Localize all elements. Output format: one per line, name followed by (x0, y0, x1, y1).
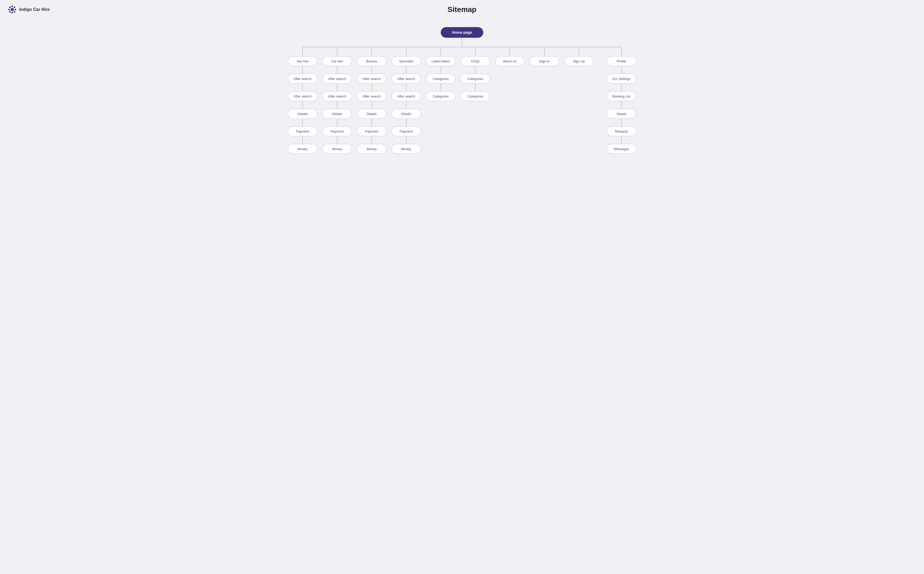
car-details[interactable]: Details (332, 112, 342, 116)
van-payment[interactable]: Payment (296, 130, 309, 133)
van-itenary[interactable]: Itenary (298, 147, 308, 151)
root-label: Home page (452, 30, 472, 35)
acc-settings-label[interactable]: Acc Settings (612, 77, 630, 81)
specialist-label[interactable]: Specialist (399, 60, 413, 63)
svg-point-1 (11, 6, 13, 7)
logo-icon (8, 5, 16, 14)
sign-up-label[interactable]: Sign Up (573, 60, 585, 63)
news-categories-1[interactable]: Categories (433, 77, 449, 81)
busses-after-search-1[interactable]: After search (363, 77, 381, 81)
busses-details[interactable]: Details (367, 112, 377, 116)
logo-text: Indigo Car Hire (19, 7, 50, 12)
busses-after-search-2[interactable]: After search (363, 95, 381, 98)
svg-point-3 (8, 9, 10, 10)
specialist-after-search-2[interactable]: After search (397, 95, 415, 98)
page-title: Sitemap (448, 5, 477, 14)
svg-point-0 (11, 8, 14, 11)
booking-list-label[interactable]: Booking List (612, 95, 631, 98)
car-payment[interactable]: Payment (331, 130, 344, 133)
sign-in-label[interactable]: Sign In (539, 60, 550, 63)
news-categories-2[interactable]: Categories (433, 95, 449, 98)
specialist-payment[interactable]: Payment (400, 130, 413, 133)
specialist-itenary[interactable]: Itenary (401, 147, 411, 151)
sitemap-svg: Home page Van hire Car hire (279, 22, 645, 170)
specialist-after-search-1[interactable]: After search (397, 77, 415, 81)
svg-point-6 (14, 7, 16, 8)
sitemap-diagram: Home page Van hire Car hire (0, 19, 924, 173)
car-itenary[interactable]: Itenary (332, 147, 342, 151)
svg-point-2 (11, 12, 13, 14)
specialist-details[interactable]: Details (401, 112, 411, 116)
latest-news-label[interactable]: Latest News (432, 60, 450, 63)
messages-label[interactable]: Messages (614, 147, 629, 151)
svg-point-7 (9, 11, 11, 13)
busses-payment[interactable]: Payment (365, 130, 378, 133)
busses-label[interactable]: Busses (366, 60, 377, 63)
svg-point-4 (15, 9, 16, 10)
profile-label[interactable]: Profile (617, 60, 626, 63)
car-after-search-1[interactable]: After search (328, 77, 346, 81)
svg-point-5 (9, 7, 11, 8)
van-after-search-1[interactable]: After search (294, 77, 312, 81)
van-after-search-2[interactable]: After search (294, 95, 312, 98)
van-details[interactable]: Details (298, 112, 308, 116)
car-hire-label[interactable]: Car hire (331, 60, 343, 63)
faqs-label[interactable]: FAQs (471, 60, 479, 63)
saved-label[interactable]: Saved (617, 112, 626, 116)
header: Indigo Car Hire Sitemap (0, 0, 924, 19)
about-us-label[interactable]: About Us (503, 60, 516, 63)
faqs-categories-1[interactable]: Categories (468, 77, 483, 81)
van-hire-label[interactable]: Van hire (296, 60, 309, 63)
logo-area: Indigo Car Hire (8, 5, 50, 14)
car-after-search-2[interactable]: After search (328, 95, 346, 98)
svg-point-8 (14, 11, 16, 13)
rewards-label[interactable]: Rewards (615, 130, 628, 133)
faqs-categories-2[interactable]: Categories (468, 95, 483, 98)
busses-itenary[interactable]: Itenary (367, 147, 377, 151)
